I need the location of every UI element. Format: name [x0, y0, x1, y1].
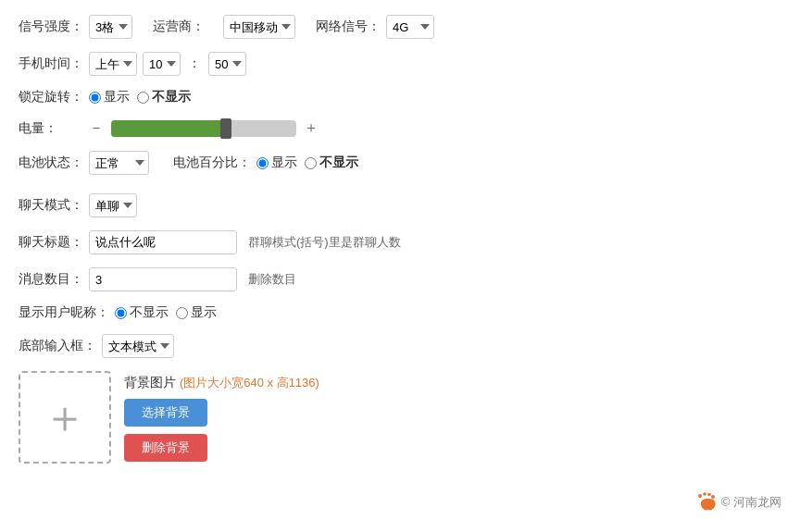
- rotation-lock-hide[interactable]: 不显示: [137, 89, 191, 105]
- bg-image-placeholder[interactable]: ＋: [19, 371, 111, 464]
- choose-bg-button[interactable]: 选择背景: [124, 399, 207, 427]
- battery-status-row: 电池状态： 正常 充电 低电量 电池百分比： 显示 不显示: [19, 151, 781, 175]
- carrier-select[interactable]: 中国移动 中国联通 中国电信: [223, 15, 295, 39]
- svg-point-0: [698, 494, 702, 498]
- chat-title-input[interactable]: [89, 230, 237, 254]
- bg-image-section: ＋ 背景图片 (图片大小宽640 x 高1136) 选择背景 删除背景: [19, 371, 781, 464]
- battery-status-label: 电池状态：: [19, 155, 83, 171]
- nickname-hide[interactable]: 不显示: [115, 304, 169, 321]
- battery-fill: [111, 120, 226, 137]
- nickname-hide-label: 不显示: [130, 304, 169, 321]
- paw-icon: [695, 491, 718, 513]
- rotation-lock-options: 显示 不显示: [89, 89, 191, 105]
- time-minute-select[interactable]: 50 00051015 20253035 404555: [208, 52, 246, 76]
- bg-image-label: 背景图片: [124, 375, 176, 390]
- signal-label: 信号强度：: [19, 19, 83, 35]
- battery-percent-label: 电池百分比：: [173, 155, 251, 171]
- carrier-label: 运营商：: [153, 19, 218, 35]
- bg-image-title-row: 背景图片 (图片大小宽640 x 高1136): [124, 375, 319, 391]
- chat-title-row: 聊天标题： 群聊模式(括号)里是群聊人数: [19, 230, 781, 254]
- message-count-hint: 删除数目: [248, 271, 296, 288]
- battery-row: 电量： － ＋: [19, 118, 781, 138]
- time-row: 手机时间： 上午 下午 10 1234 5678 91112 ： 50 0005…: [19, 52, 781, 76]
- bottom-input-select[interactable]: 文本模式 语音模式: [102, 334, 174, 358]
- battery-label: 电量：: [19, 120, 83, 137]
- rotation-hide-label: 不显示: [152, 89, 191, 105]
- footer-logo: © 河南龙网: [695, 491, 781, 513]
- battery-plus-icon: ＋: [304, 118, 319, 138]
- footer-brand: 河南龙网: [733, 495, 781, 509]
- nickname-show-label: 显示: [191, 304, 217, 321]
- chat-title-label: 聊天标题：: [19, 234, 83, 251]
- rotation-lock-show[interactable]: 显示: [89, 89, 130, 105]
- footer-prefix: ©: [721, 495, 731, 509]
- signal-row: 信号强度： 3格 1格 2格 4格 5格 运营商： 中国移动 中国联通 中国电信…: [19, 15, 781, 39]
- network-select[interactable]: 4G 3G 2G WiFi: [386, 15, 434, 39]
- chat-mode-row: 聊天模式： 单聊 群聊: [19, 193, 781, 217]
- signal-select[interactable]: 3格 1格 2格 4格 5格: [89, 15, 132, 39]
- bottom-input-row: 底部输入框： 文本模式 语音模式: [19, 334, 781, 358]
- chat-title-hint: 群聊模式(括号)里是群聊人数: [248, 234, 401, 251]
- show-nickname-options: 不显示 显示: [115, 304, 217, 321]
- svg-point-2: [707, 493, 711, 497]
- bg-image-info: 背景图片 (图片大小宽640 x 高1136) 选择背景 删除背景: [124, 371, 319, 462]
- show-nickname-row: 显示用户昵称： 不显示 显示: [19, 304, 781, 321]
- battery-percent-options: 显示 不显示: [256, 155, 358, 171]
- message-count-row: 消息数目： 删除数目: [19, 267, 781, 291]
- nickname-show[interactable]: 显示: [176, 304, 217, 321]
- svg-point-1: [703, 492, 706, 496]
- time-label: 手机时间：: [19, 56, 83, 72]
- chat-mode-select[interactable]: 单聊 群聊: [89, 193, 137, 217]
- message-count-input[interactable]: [89, 267, 237, 291]
- svg-point-3: [711, 495, 715, 499]
- battery-slider-track[interactable]: [111, 120, 296, 137]
- show-nickname-label: 显示用户昵称：: [19, 304, 109, 321]
- time-colon: ：: [188, 56, 201, 72]
- battery-status-select[interactable]: 正常 充电 低电量: [89, 151, 149, 175]
- network-label: 网络信号：: [316, 19, 381, 35]
- rotation-lock-label: 锁定旋转：: [19, 89, 83, 105]
- time-hour-select[interactable]: 10 1234 5678 91112: [143, 52, 181, 76]
- chat-mode-label: 聊天模式：: [19, 197, 83, 214]
- rotation-lock-row: 锁定旋转： 显示 不显示: [19, 89, 781, 105]
- footer-text: © 河南龙网: [721, 494, 781, 511]
- battery-thumb[interactable]: [220, 118, 231, 139]
- battery-percent-show[interactable]: 显示: [256, 155, 297, 171]
- battery-percent-hide[interactable]: 不显示: [305, 155, 358, 171]
- message-count-label: 消息数目：: [19, 271, 83, 288]
- battery-percent-show-label: 显示: [271, 155, 297, 171]
- delete-bg-button[interactable]: 删除背景: [124, 434, 207, 462]
- battery-percent-hide-label: 不显示: [319, 155, 358, 171]
- bg-plus-icon: ＋: [43, 388, 87, 447]
- time-period-select[interactable]: 上午 下午: [89, 52, 137, 76]
- rotation-show-label: 显示: [104, 89, 130, 105]
- battery-minus-icon: －: [89, 118, 104, 138]
- bg-image-size-hint: (图片大小宽640 x 高1136): [180, 376, 319, 390]
- bottom-input-label: 底部输入框：: [19, 338, 96, 354]
